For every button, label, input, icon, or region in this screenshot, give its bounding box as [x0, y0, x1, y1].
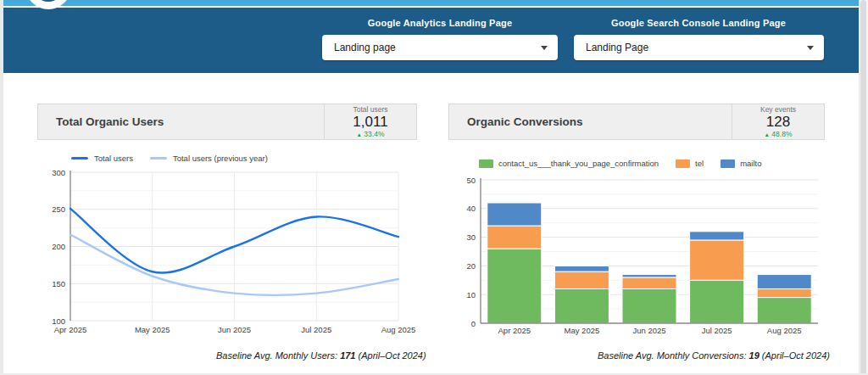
svg-text:Jul 2025: Jul 2025	[301, 325, 331, 334]
legend-item: Total users (previous year)	[150, 154, 268, 163]
legend-label: contact_us___thank_you_page_confirmation	[498, 159, 659, 168]
total-organic-users-card: Total Organic Users Total users 1,011 ▲ …	[37, 104, 417, 140]
bar-segment[interactable]	[487, 226, 542, 249]
users-line-chart[interactable]: 100150200250300Apr 2025May 2025Jun 2025J…	[34, 165, 424, 344]
legend-label: Total users (previous year)	[173, 154, 268, 163]
metric-label: Key events	[760, 105, 796, 114]
svg-text:20: 20	[466, 261, 476, 271]
svg-text:10: 10	[466, 290, 476, 299]
svg-text:300: 300	[52, 168, 65, 177]
svg-text:150: 150	[52, 279, 65, 288]
svg-text:Aug 2025: Aug 2025	[767, 326, 802, 335]
chevron-down-icon	[807, 46, 814, 50]
conversions-baseline-footnote: Baseline Avg. Monthly Conversions: 19 (A…	[598, 350, 830, 361]
bar-segment[interactable]	[622, 288, 676, 323]
delta-value: 33.4%	[364, 130, 384, 138]
legend-swatch-icon	[479, 160, 493, 168]
bar-segment[interactable]	[622, 277, 676, 289]
metric-panel: Total users 1,011 ▲ 33.4%	[324, 104, 416, 139]
bar-segment[interactable]	[554, 288, 609, 323]
legend-label: tel	[695, 159, 704, 168]
legend-item: mailto	[721, 159, 761, 168]
gsc-landing-page-dropdown[interactable]: Landing Page	[574, 35, 824, 60]
legend-item: contact_us___thank_you_page_confirmation	[479, 159, 659, 168]
gsc-dropdown-value: Landing Page	[574, 42, 807, 53]
bar-segment[interactable]	[554, 266, 609, 271]
metric-value: 1,011	[353, 114, 387, 130]
metric-value: 128	[766, 114, 790, 130]
header-bar: Google Analytics Landing Page Google Sea…	[3, 8, 859, 73]
bar-segment[interactable]	[487, 249, 542, 323]
bar-segment[interactable]	[757, 288, 811, 297]
svg-text:Apr 2025: Apr 2025	[498, 326, 531, 335]
bar-chart-legend: contact_us___thank_you_page_confirmation…	[479, 159, 778, 168]
ga-dropdown-value: Landing page	[322, 42, 541, 53]
svg-text:30: 30	[466, 232, 476, 242]
brand-stripe	[3, 0, 859, 6]
users-baseline-footnote: Baseline Avg. Monthly Users: 171 (April–…	[216, 350, 426, 361]
footnote-suffix: (April–Oct 2024)	[760, 350, 830, 361]
svg-text:Jun 2025: Jun 2025	[632, 326, 665, 335]
legend-swatch-icon	[676, 160, 690, 168]
svg-text:200: 200	[52, 242, 65, 251]
svg-text:100: 100	[52, 316, 65, 326]
bar-segment[interactable]	[554, 271, 609, 288]
chevron-down-icon	[541, 46, 548, 50]
organic-conversions-card: Organic Conversions Key events 128 ▲ 48.…	[448, 104, 825, 140]
metric-label: Total users	[353, 105, 387, 114]
bar-segment[interactable]	[690, 232, 744, 240]
ga-landing-page-dropdown[interactable]: Landing page	[322, 35, 558, 60]
svg-text:Jul 2025: Jul 2025	[702, 326, 732, 335]
legend-swatch-icon	[71, 157, 88, 160]
card-title: Total Organic Users	[56, 104, 164, 139]
svg-text:May 2025: May 2025	[565, 326, 600, 335]
card-title: Organic Conversions	[467, 104, 583, 139]
bar-segment[interactable]	[690, 240, 744, 280]
bar-segment[interactable]	[757, 275, 811, 289]
line-chart-legend: Total usersTotal users (previous year)	[71, 154, 285, 163]
brand-logo-icon	[21, 0, 77, 14]
footnote-prefix: Baseline Avg. Monthly Users:	[216, 350, 340, 361]
metric-panel: Key events 128 ▲ 48.8%	[732, 104, 824, 139]
footnote-value: 19	[749, 350, 760, 361]
svg-text:40: 40	[466, 204, 476, 213]
legend-swatch-icon	[721, 160, 735, 168]
legend-item: tel	[676, 159, 704, 168]
scrollbar-thumb[interactable]	[860, 0, 866, 375]
bar-segment[interactable]	[622, 275, 676, 277]
svg-text:Aug 2025: Aug 2025	[381, 325, 416, 334]
gsc-filter-label: Google Search Console Landing Page	[611, 18, 786, 28]
delta-up-arrow-icon: ▲	[357, 132, 362, 137]
svg-text:Apr 2025: Apr 2025	[54, 325, 87, 334]
delta-up-arrow-icon: ▲	[765, 132, 770, 137]
ga-filter-label: Google Analytics Landing Page	[368, 18, 512, 28]
svg-text:50: 50	[466, 176, 476, 185]
legend-label: mailto	[740, 159, 761, 168]
footnote-prefix: Baseline Avg. Monthly Conversions:	[598, 350, 749, 361]
svg-text:0: 0	[471, 319, 476, 328]
delta-value: 48.8%	[771, 130, 792, 138]
bar-segment[interactable]	[487, 203, 542, 226]
metric-delta: ▲ 48.8%	[765, 130, 793, 139]
dashboard-page: Google Analytics Landing Page Google Sea…	[0, 0, 868, 375]
svg-text:Jun 2025: Jun 2025	[218, 325, 251, 334]
bar-segment[interactable]	[690, 280, 744, 323]
footnote-value: 171	[340, 350, 355, 361]
legend-label: Total users	[94, 154, 133, 163]
svg-text:May 2025: May 2025	[135, 325, 170, 334]
legend-item: Total users	[71, 154, 133, 163]
bar-segment[interactable]	[757, 298, 811, 323]
conversions-bar-chart[interactable]: 01020304050Apr 2025May 2025Jun 2025Jul 2…	[449, 170, 839, 344]
svg-text:250: 250	[52, 204, 65, 214]
footnote-suffix: (April–Oct 2024)	[355, 350, 426, 361]
metric-delta: ▲ 33.4%	[357, 130, 385, 139]
legend-swatch-icon	[150, 157, 167, 160]
